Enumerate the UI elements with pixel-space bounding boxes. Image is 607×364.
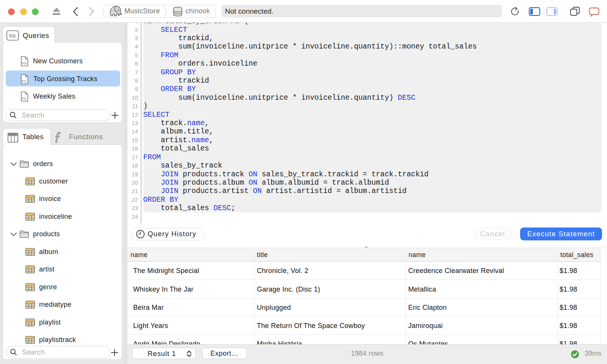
- svg-text:SQL: SQL: [22, 80, 27, 83]
- svg-text:SQL: SQL: [9, 34, 16, 38]
- svg-text:SQL: SQL: [22, 97, 27, 100]
- svg-text:SQL: SQL: [22, 62, 27, 65]
